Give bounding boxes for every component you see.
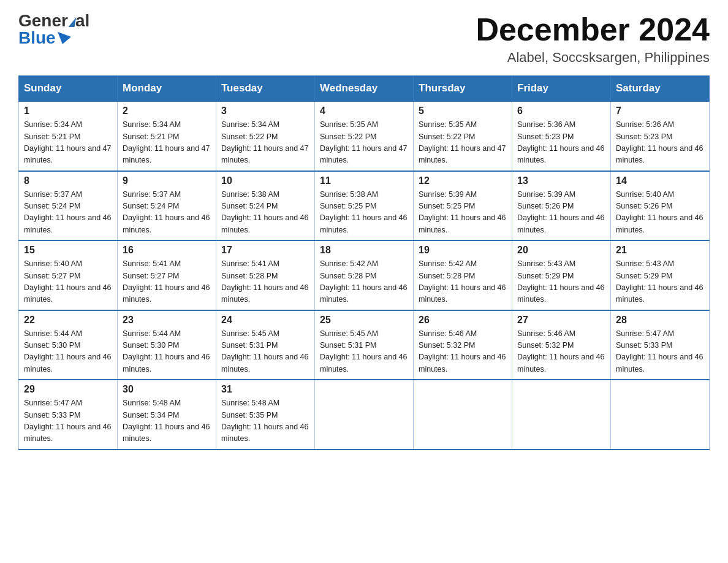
calendar-cell: 4 Sunrise: 5:35 AMSunset: 5:22 PMDayligh… [315,101,414,171]
calendar-week-5: 29 Sunrise: 5:47 AMSunset: 5:33 PMDaylig… [19,380,710,450]
calendar-cell: 23 Sunrise: 5:44 AMSunset: 5:30 PMDaylig… [118,310,216,380]
logo-triangle-icon [58,32,71,44]
calendar-cell: 11 Sunrise: 5:38 AMSunset: 5:25 PMDaylig… [315,171,414,241]
calendar-cell: 3 Sunrise: 5:34 AMSunset: 5:22 PMDayligh… [216,101,315,171]
header-thursday: Thursday [414,76,512,102]
day-number: 28 [616,315,704,326]
calendar-cell: 10 Sunrise: 5:38 AMSunset: 5:24 PMDaylig… [216,171,315,241]
day-info: Sunrise: 5:48 AMSunset: 5:34 PMDaylight:… [123,397,211,445]
day-number: 9 [123,175,211,186]
day-number: 16 [123,245,211,256]
day-info: Sunrise: 5:34 AMSunset: 5:21 PMDaylight:… [123,119,211,167]
day-number: 2 [123,105,211,117]
calendar-week-2: 8 Sunrise: 5:37 AMSunset: 5:24 PMDayligh… [19,171,710,241]
day-info: Sunrise: 5:39 AMSunset: 5:26 PMDaylight:… [517,189,605,237]
calendar-cell: 5 Sunrise: 5:35 AMSunset: 5:22 PMDayligh… [414,101,512,171]
calendar-week-4: 22 Sunrise: 5:44 AMSunset: 5:30 PMDaylig… [19,310,710,380]
day-number: 3 [221,105,309,117]
day-number: 8 [24,175,112,186]
day-number: 21 [616,245,704,256]
calendar-cell: 18 Sunrise: 5:42 AMSunset: 5:28 PMDaylig… [315,240,414,310]
calendar-cell: 27 Sunrise: 5:46 AMSunset: 5:32 PMDaylig… [512,310,611,380]
day-number: 14 [616,175,704,186]
day-number: 19 [419,245,507,256]
calendar-cell: 29 Sunrise: 5:47 AMSunset: 5:33 PMDaylig… [19,380,118,450]
location-subtitle: Alabel, Soccsksargen, Philippines [476,50,710,66]
day-info: Sunrise: 5:38 AMSunset: 5:25 PMDaylight:… [320,189,408,237]
day-info: Sunrise: 5:34 AMSunset: 5:21 PMDaylight:… [24,119,112,167]
calendar-cell: 30 Sunrise: 5:48 AMSunset: 5:34 PMDaylig… [118,380,216,450]
calendar-cell [611,380,710,450]
day-number: 26 [419,315,507,326]
calendar-cell: 7 Sunrise: 5:36 AMSunset: 5:23 PMDayligh… [611,101,710,171]
day-number: 1 [24,105,112,117]
day-number: 13 [517,175,605,186]
calendar-cell: 24 Sunrise: 5:45 AMSunset: 5:31 PMDaylig… [216,310,315,380]
day-number: 25 [320,315,408,326]
day-number: 23 [123,315,211,326]
calendar-header-row: SundayMondayTuesdayWednesdayThursdayFrid… [19,76,710,102]
day-info: Sunrise: 5:40 AMSunset: 5:27 PMDaylight:… [24,258,112,306]
day-number: 17 [221,245,309,256]
day-info: Sunrise: 5:44 AMSunset: 5:30 PMDaylight:… [123,328,211,376]
calendar-cell: 13 Sunrise: 5:39 AMSunset: 5:26 PMDaylig… [512,171,611,241]
day-number: 22 [24,315,112,326]
day-info: Sunrise: 5:45 AMSunset: 5:31 PMDaylight:… [320,328,408,376]
calendar-cell: 17 Sunrise: 5:41 AMSunset: 5:28 PMDaylig… [216,240,315,310]
day-number: 7 [616,105,704,117]
day-info: Sunrise: 5:47 AMSunset: 5:33 PMDaylight:… [616,328,704,376]
day-info: Sunrise: 5:40 AMSunset: 5:26 PMDaylight:… [616,189,704,237]
day-number: 20 [517,245,605,256]
day-info: Sunrise: 5:35 AMSunset: 5:22 PMDaylight:… [320,119,408,167]
day-info: Sunrise: 5:46 AMSunset: 5:32 PMDaylight:… [419,328,507,376]
logo-general-text: General [18,12,89,29]
calendar-cell: 6 Sunrise: 5:36 AMSunset: 5:23 PMDayligh… [512,101,611,171]
calendar-cell: 1 Sunrise: 5:34 AMSunset: 5:21 PMDayligh… [19,101,118,171]
day-info: Sunrise: 5:35 AMSunset: 5:22 PMDaylight:… [419,119,507,167]
day-info: Sunrise: 5:36 AMSunset: 5:23 PMDaylight:… [616,119,704,167]
day-number: 27 [517,315,605,326]
day-number: 5 [419,105,507,117]
calendar-cell: 25 Sunrise: 5:45 AMSunset: 5:31 PMDaylig… [315,310,414,380]
header-monday: Monday [118,76,216,102]
day-number: 10 [221,175,309,186]
day-info: Sunrise: 5:37 AMSunset: 5:24 PMDaylight:… [123,189,211,237]
day-number: 11 [320,175,408,186]
day-number: 15 [24,245,112,256]
day-number: 6 [517,105,605,117]
day-info: Sunrise: 5:45 AMSunset: 5:31 PMDaylight:… [221,328,309,376]
day-info: Sunrise: 5:41 AMSunset: 5:28 PMDaylight:… [221,258,309,306]
calendar-cell: 22 Sunrise: 5:44 AMSunset: 5:30 PMDaylig… [19,310,118,380]
calendar-cell: 21 Sunrise: 5:43 AMSunset: 5:29 PMDaylig… [611,240,710,310]
calendar-table: SundayMondayTuesdayWednesdayThursdayFrid… [18,75,710,450]
day-info: Sunrise: 5:46 AMSunset: 5:32 PMDaylight:… [517,328,605,376]
header-friday: Friday [512,76,611,102]
calendar-cell [315,380,414,450]
header-tuesday: Tuesday [216,76,315,102]
day-number: 29 [24,384,112,395]
calendar-cell: 19 Sunrise: 5:42 AMSunset: 5:28 PMDaylig… [414,240,512,310]
month-title: December 2024 [476,12,710,47]
day-number: 12 [419,175,507,186]
day-number: 30 [123,384,211,395]
day-info: Sunrise: 5:47 AMSunset: 5:33 PMDaylight:… [24,397,112,445]
day-number: 18 [320,245,408,256]
day-info: Sunrise: 5:42 AMSunset: 5:28 PMDaylight:… [419,258,507,306]
page-header: General Blue December 2024 Alabel, Soccs… [18,12,710,66]
day-info: Sunrise: 5:44 AMSunset: 5:30 PMDaylight:… [24,328,112,376]
calendar-cell: 20 Sunrise: 5:43 AMSunset: 5:29 PMDaylig… [512,240,611,310]
day-info: Sunrise: 5:42 AMSunset: 5:28 PMDaylight:… [320,258,408,306]
header-wednesday: Wednesday [315,76,414,102]
day-info: Sunrise: 5:41 AMSunset: 5:27 PMDaylight:… [123,258,211,306]
calendar-cell: 12 Sunrise: 5:39 AMSunset: 5:25 PMDaylig… [414,171,512,241]
calendar-week-1: 1 Sunrise: 5:34 AMSunset: 5:21 PMDayligh… [19,101,710,171]
calendar-cell: 14 Sunrise: 5:40 AMSunset: 5:26 PMDaylig… [611,171,710,241]
title-block: December 2024 Alabel, Soccsksargen, Phil… [476,12,710,66]
day-info: Sunrise: 5:43 AMSunset: 5:29 PMDaylight:… [517,258,605,306]
calendar-cell: 9 Sunrise: 5:37 AMSunset: 5:24 PMDayligh… [118,171,216,241]
header-sunday: Sunday [19,76,118,102]
calendar-cell: 26 Sunrise: 5:46 AMSunset: 5:32 PMDaylig… [414,310,512,380]
day-info: Sunrise: 5:39 AMSunset: 5:25 PMDaylight:… [419,189,507,237]
logo-blue-text: Blue [18,29,71,47]
day-number: 4 [320,105,408,117]
